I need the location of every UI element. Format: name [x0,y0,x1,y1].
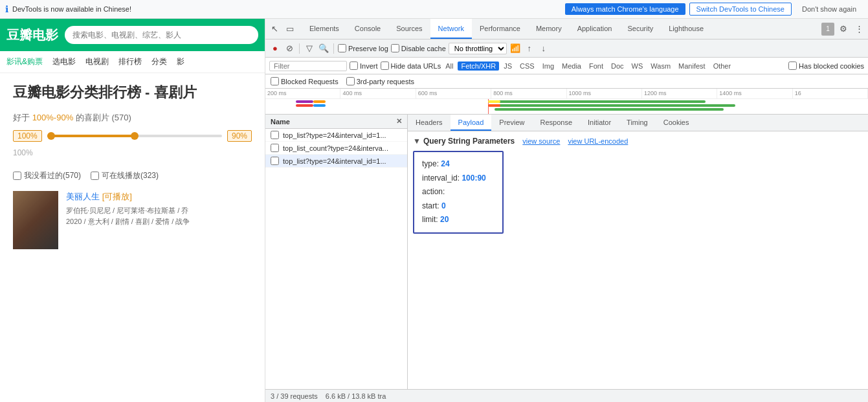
preserve-log-input[interactable] [338,44,346,52]
nav-item-rankings[interactable]: 排行榜 [118,55,142,69]
filter-css[interactable]: CSS [517,61,538,71]
name-item-2[interactable]: top_list_count?type=24&interva... [265,142,407,155]
slider-handle-right[interactable] [131,132,139,140]
settings-icon[interactable]: ⚙ [837,23,850,36]
movie-meta2: 2020 / 意大利 / 剧情 / 喜剧 / 爱情 / 战争 [66,216,252,227]
blocked-requests-checkbox[interactable]: Blocked Requests [271,77,339,85]
checkbox-not-seen[interactable]: 我没看过的(570) [13,170,81,181]
param-interval-id: interval_id: 100:90 [422,172,495,186]
ruler-end: 16 [793,89,868,98]
qsp-title[interactable]: ▼ Query String Parameters [413,137,515,146]
subtitle-prefix: 好于 [13,113,32,122]
tab-headers[interactable]: Headers [408,115,451,131]
timeline-bar-green2 [495,104,735,107]
match-language-button[interactable]: Always match Chrome's language [565,3,685,15]
checkbox-online[interactable]: 可在线播放(323) [91,170,159,181]
name-item-3[interactable]: top_list?type=24&interval_id=1... [265,155,407,168]
filter-fetch-xhr[interactable]: Fetch/XHR [458,61,499,71]
filter-toggle[interactable]: ▽ [304,43,315,54]
third-party-input[interactable] [346,77,355,85]
filter-manifest[interactable]: Manifest [675,61,709,71]
dont-show-again-button[interactable]: Don't show again [796,3,863,15]
movie-title[interactable]: 美丽人生 [可播放] [66,191,252,203]
nav-item-categories[interactable]: 分类 [151,55,167,69]
preserve-log-checkbox[interactable]: Preserve log [338,44,388,52]
inspect-icon[interactable]: ↖ [268,23,281,36]
slider-track[interactable] [47,131,222,141]
tab-preview[interactable]: Preview [491,115,532,131]
ruler-800: 800 ms [491,89,566,98]
search-toggle[interactable]: 🔍 [318,43,329,54]
blocked-requests-input[interactable] [271,77,279,85]
name-list-header: Name ✕ [265,115,407,129]
param-type: type: 24 [422,157,495,172]
name-item-1-checkbox[interactable] [271,131,279,139]
wifi-icon[interactable]: 📶 [509,43,521,54]
tab-sources[interactable]: Sources [388,19,430,39]
name-item-1-text: top_list?type=24&interval_id=1... [283,131,386,139]
hide-data-urls-input[interactable] [381,61,389,70]
stop-button[interactable]: ⊘ [284,43,295,54]
record-button[interactable]: ● [269,43,281,54]
nav-item-tv[interactable]: 电视剧 [85,55,109,69]
disable-cache-input[interactable] [391,44,399,52]
tab-console[interactable]: Console [347,19,388,39]
tab-payload[interactable]: Payload [451,115,492,131]
timeline-bar-orange [313,100,326,103]
has-blocked-label: Has blocked cookies [799,62,864,70]
checkbox-online-input[interactable] [91,172,99,180]
filter-img[interactable]: Img [539,61,557,71]
invert-checkbox[interactable]: Invert [350,61,378,70]
detail-content: ▼ Query String Parameters view source vi… [408,131,868,389]
devtools-toolbar: ● ⊘ ▽ 🔍 Preserve log Disable cache No th… [265,39,868,58]
tab-initiator[interactable]: Initiator [580,115,619,131]
filter-doc[interactable]: Doc [608,61,627,71]
checkbox-not-seen-input[interactable] [13,172,21,180]
douban-search-input[interactable] [65,26,258,44]
filter-other[interactable]: Other [710,61,735,71]
tab-application[interactable]: Application [570,19,620,39]
qsp-header: ▼ Query String Parameters view source vi… [413,137,863,146]
filter-wasm[interactable]: Wasm [647,61,674,71]
has-blocked-input[interactable] [788,61,797,70]
more-options-icon[interactable]: ⋮ [852,23,865,36]
tab-elements[interactable]: Elements [302,19,347,39]
view-url-encoded-link[interactable]: view URL-encoded [568,137,628,145]
ruler-1200: 1200 ms [642,89,717,98]
close-icon[interactable]: ✕ [396,117,402,126]
filter-font[interactable]: Font [586,61,606,71]
subtitle-range: 100%-90% [32,113,74,122]
nav-item-tickets[interactable]: 影讯&购票 [6,55,43,69]
filter-js[interactable]: JS [500,61,515,71]
name-item-2-checkbox[interactable] [271,144,279,152]
nav-item-more[interactable]: 影 [177,55,184,69]
hide-data-urls-checkbox[interactable]: Hide data URLs [381,61,441,70]
tab-memory[interactable]: Memory [528,19,570,39]
tab-cookies[interactable]: Cookies [656,115,697,131]
tab-performance[interactable]: Performance [472,19,528,39]
throttle-select[interactable]: No throttling [449,43,507,54]
tab-network[interactable]: Network [430,19,472,39]
name-item-3-checkbox[interactable] [271,157,279,165]
disable-cache-checkbox[interactable]: Disable cache [391,44,446,52]
device-icon[interactable]: ▭ [284,23,296,36]
name-column-header: Name [271,118,290,126]
filter-input[interactable] [269,61,347,71]
slider-right-label: 90% [227,130,252,142]
nav-item-movies[interactable]: 选电影 [52,55,76,69]
tab-response[interactable]: Response [532,115,580,131]
invert-input[interactable] [350,61,358,70]
tab-lighthouse[interactable]: Lighthouse [661,19,711,39]
tab-timing[interactable]: Timing [619,115,656,131]
name-item-1[interactable]: top_list?type=24&interval_id=1... [265,129,407,142]
view-source-link[interactable]: view source [522,137,560,145]
download-icon[interactable]: ↓ [538,43,550,54]
filter-ws[interactable]: WS [629,61,647,71]
slider-handle-left[interactable] [47,132,55,140]
tab-security[interactable]: Security [619,19,661,39]
badge-icon[interactable]: 1 [821,23,834,36]
third-party-checkbox[interactable]: 3rd-party requests [346,77,414,85]
filter-media[interactable]: Media [559,61,584,71]
switch-devtools-button[interactable]: Switch DevTools to Chinese [689,3,792,16]
upload-icon[interactable]: ↑ [524,43,535,54]
